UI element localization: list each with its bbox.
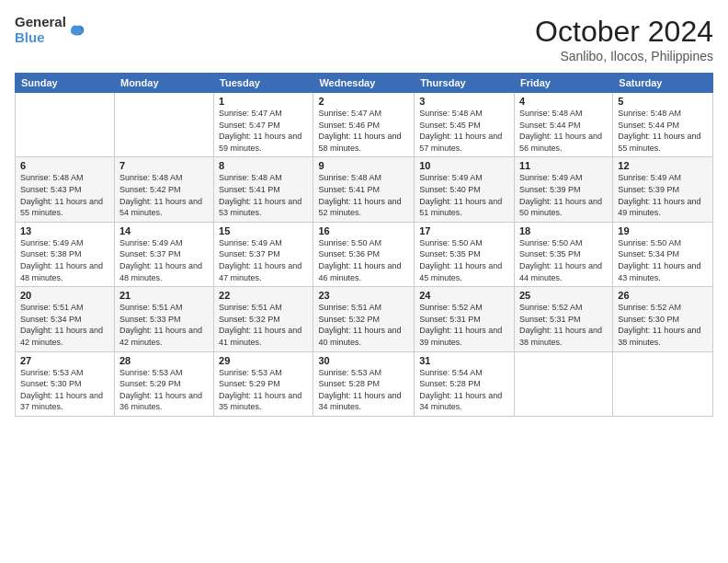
day-info: Sunrise: 5:49 AMSunset: 5:39 PMDaylight:… (519, 172, 608, 218)
header-row: SundayMondayTuesdayWednesdayThursdayFrid… (16, 74, 713, 93)
day-number: 24 (419, 290, 509, 301)
title-block: October 2024 Sanlibo, Ilocos, Philippine… (535, 15, 713, 63)
day-cell: 9Sunrise: 5:48 AMSunset: 5:41 PMDaylight… (313, 157, 415, 222)
day-number: 9 (318, 160, 409, 171)
day-info: Sunrise: 5:51 AMSunset: 5:32 PMDaylight:… (219, 302, 308, 348)
day-info: Sunrise: 5:48 AMSunset: 5:44 PMDaylight:… (618, 108, 708, 154)
day-number: 28 (119, 355, 209, 366)
day-info: Sunrise: 5:54 AMSunset: 5:28 PMDaylight:… (419, 367, 509, 413)
day-number: 12 (618, 160, 708, 171)
location: Sanlibo, Ilocos, Philippines (535, 49, 713, 63)
month-title: October 2024 (535, 15, 713, 49)
day-info: Sunrise: 5:53 AMSunset: 5:29 PMDaylight:… (119, 367, 209, 413)
calendar-header: SundayMondayTuesdayWednesdayThursdayFrid… (16, 74, 713, 93)
day-info: Sunrise: 5:48 AMSunset: 5:42 PMDaylight:… (119, 172, 209, 218)
day-info: Sunrise: 5:49 AMSunset: 5:40 PMDaylight:… (419, 172, 509, 218)
day-cell: 27Sunrise: 5:53 AMSunset: 5:30 PMDayligh… (16, 351, 115, 416)
day-cell: 8Sunrise: 5:48 AMSunset: 5:41 PMDaylight… (214, 157, 313, 222)
day-number: 2 (318, 96, 409, 107)
day-cell: 25Sunrise: 5:52 AMSunset: 5:31 PMDayligh… (514, 287, 612, 351)
day-info: Sunrise: 5:47 AMSunset: 5:47 PMDaylight:… (219, 108, 308, 154)
day-cell: 2Sunrise: 5:47 AMSunset: 5:46 PMDaylight… (313, 93, 415, 157)
week-row-4: 20Sunrise: 5:51 AMSunset: 5:34 PMDayligh… (16, 287, 713, 351)
day-info: Sunrise: 5:49 AMSunset: 5:37 PMDaylight:… (119, 237, 209, 283)
week-row-2: 6Sunrise: 5:48 AMSunset: 5:43 PMDaylight… (16, 157, 713, 222)
day-cell: 21Sunrise: 5:51 AMSunset: 5:33 PMDayligh… (114, 287, 213, 351)
day-cell: 13Sunrise: 5:49 AMSunset: 5:38 PMDayligh… (16, 222, 115, 286)
day-number: 18 (519, 225, 608, 236)
day-info: Sunrise: 5:51 AMSunset: 5:32 PMDaylight:… (318, 302, 409, 348)
day-info: Sunrise: 5:47 AMSunset: 5:46 PMDaylight:… (318, 108, 409, 154)
day-info: Sunrise: 5:53 AMSunset: 5:30 PMDaylight:… (20, 367, 109, 413)
header-cell-friday: Friday (514, 74, 612, 93)
day-cell: 6Sunrise: 5:48 AMSunset: 5:43 PMDaylight… (16, 157, 115, 222)
day-info: Sunrise: 5:50 AMSunset: 5:35 PMDaylight:… (519, 237, 608, 283)
day-info: Sunrise: 5:48 AMSunset: 5:45 PMDaylight:… (419, 108, 509, 154)
day-cell: 26Sunrise: 5:52 AMSunset: 5:30 PMDayligh… (613, 287, 713, 351)
day-number: 31 (419, 355, 509, 366)
day-number: 21 (119, 290, 209, 301)
day-number: 19 (618, 225, 708, 236)
logo-line1: General (15, 15, 66, 30)
day-number: 4 (519, 96, 608, 107)
day-info: Sunrise: 5:51 AMSunset: 5:33 PMDaylight:… (119, 302, 209, 348)
day-cell (613, 351, 713, 416)
logo: General Blue (15, 15, 86, 45)
day-cell: 20Sunrise: 5:51 AMSunset: 5:34 PMDayligh… (16, 287, 115, 351)
day-cell: 31Sunrise: 5:54 AMSunset: 5:28 PMDayligh… (415, 351, 515, 416)
day-number: 8 (219, 160, 308, 171)
day-number: 22 (219, 290, 308, 301)
header-cell-saturday: Saturday (613, 74, 713, 93)
day-cell: 17Sunrise: 5:50 AMSunset: 5:35 PMDayligh… (415, 222, 515, 286)
page-header: General Blue October 2024 Sanlibo, Iloco… (15, 15, 713, 63)
week-row-1: 1Sunrise: 5:47 AMSunset: 5:47 PMDaylight… (16, 93, 713, 157)
day-number: 3 (419, 96, 509, 107)
day-cell: 18Sunrise: 5:50 AMSunset: 5:35 PMDayligh… (514, 222, 612, 286)
day-number: 1 (219, 96, 308, 107)
day-cell: 12Sunrise: 5:49 AMSunset: 5:39 PMDayligh… (613, 157, 713, 222)
day-cell: 11Sunrise: 5:49 AMSunset: 5:39 PMDayligh… (514, 157, 612, 222)
day-number: 17 (419, 225, 509, 236)
header-cell-sunday: Sunday (16, 74, 115, 93)
day-number: 27 (20, 355, 109, 366)
day-cell: 30Sunrise: 5:53 AMSunset: 5:28 PMDayligh… (313, 351, 415, 416)
day-cell: 5Sunrise: 5:48 AMSunset: 5:44 PMDaylight… (613, 93, 713, 157)
day-info: Sunrise: 5:48 AMSunset: 5:43 PMDaylight:… (20, 172, 109, 218)
day-info: Sunrise: 5:49 AMSunset: 5:39 PMDaylight:… (618, 172, 708, 218)
day-number: 16 (318, 225, 409, 236)
header-cell-wednesday: Wednesday (313, 74, 415, 93)
day-cell: 14Sunrise: 5:49 AMSunset: 5:37 PMDayligh… (114, 222, 213, 286)
day-info: Sunrise: 5:50 AMSunset: 5:36 PMDaylight:… (318, 237, 409, 283)
header-cell-tuesday: Tuesday (214, 74, 313, 93)
day-cell: 10Sunrise: 5:49 AMSunset: 5:40 PMDayligh… (415, 157, 515, 222)
logo-line2: Blue (15, 30, 66, 46)
day-cell: 28Sunrise: 5:53 AMSunset: 5:29 PMDayligh… (114, 351, 213, 416)
day-cell: 19Sunrise: 5:50 AMSunset: 5:34 PMDayligh… (613, 222, 713, 286)
day-info: Sunrise: 5:51 AMSunset: 5:34 PMDaylight:… (20, 302, 109, 348)
day-info: Sunrise: 5:52 AMSunset: 5:31 PMDaylight:… (419, 302, 509, 348)
week-row-5: 27Sunrise: 5:53 AMSunset: 5:30 PMDayligh… (16, 351, 713, 416)
day-cell (514, 351, 612, 416)
day-cell: 7Sunrise: 5:48 AMSunset: 5:42 PMDaylight… (114, 157, 213, 222)
day-cell: 29Sunrise: 5:53 AMSunset: 5:29 PMDayligh… (214, 351, 313, 416)
day-info: Sunrise: 5:53 AMSunset: 5:28 PMDaylight:… (318, 367, 409, 413)
day-info: Sunrise: 5:49 AMSunset: 5:37 PMDaylight:… (219, 237, 308, 283)
day-info: Sunrise: 5:48 AMSunset: 5:41 PMDaylight:… (318, 172, 409, 218)
day-number: 14 (119, 225, 209, 236)
day-info: Sunrise: 5:52 AMSunset: 5:30 PMDaylight:… (618, 302, 708, 348)
day-cell (16, 93, 115, 157)
day-number: 11 (519, 160, 608, 171)
day-cell: 1Sunrise: 5:47 AMSunset: 5:47 PMDaylight… (214, 93, 313, 157)
day-cell: 3Sunrise: 5:48 AMSunset: 5:45 PMDaylight… (415, 93, 515, 157)
header-cell-monday: Monday (114, 74, 213, 93)
day-info: Sunrise: 5:48 AMSunset: 5:44 PMDaylight:… (519, 108, 608, 154)
day-cell: 22Sunrise: 5:51 AMSunset: 5:32 PMDayligh… (214, 287, 313, 351)
day-number: 7 (119, 160, 209, 171)
day-cell: 16Sunrise: 5:50 AMSunset: 5:36 PMDayligh… (313, 222, 415, 286)
day-info: Sunrise: 5:50 AMSunset: 5:35 PMDaylight:… (419, 237, 509, 283)
calendar-table: SundayMondayTuesdayWednesdayThursdayFrid… (15, 73, 713, 417)
day-number: 6 (20, 160, 109, 171)
day-cell: 23Sunrise: 5:51 AMSunset: 5:32 PMDayligh… (313, 287, 415, 351)
day-number: 15 (219, 225, 308, 236)
header-cell-thursday: Thursday (415, 74, 515, 93)
